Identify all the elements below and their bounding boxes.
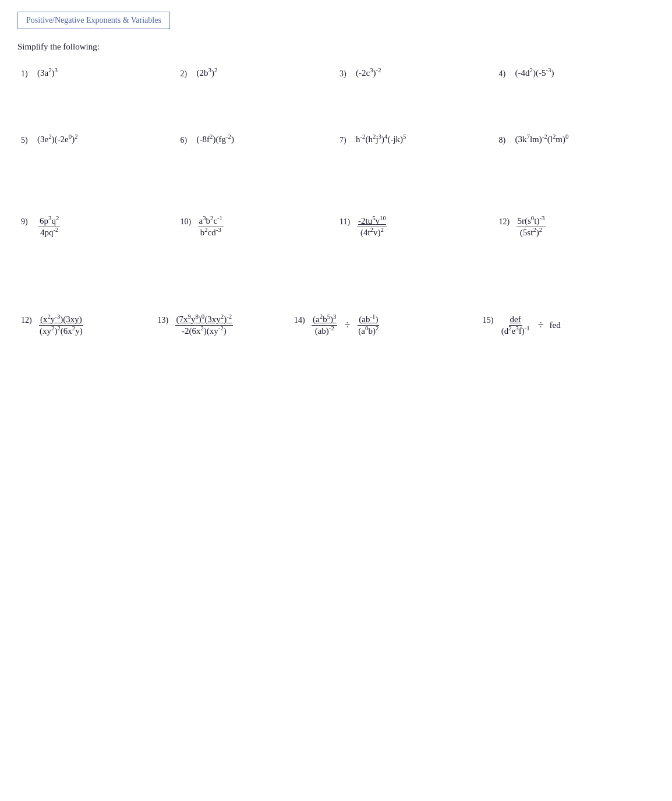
instructions: Simplify the following:	[17, 42, 655, 52]
problem-4: 4) (-4d2)(-5-3)	[496, 68, 655, 100]
problem-15: 15) def (d2e3f)-1 ÷ fed	[479, 311, 655, 357]
problem-10: 10) a3b2c-1 b2cd-3	[177, 213, 337, 259]
problem-5: 5) (3e2)(-2e0)2	[17, 135, 177, 166]
problem-7: 7) h-2(h2j3)4(-jk)5	[336, 135, 496, 166]
problem-11: 11) -2tu5v10 (4t2v)2	[336, 213, 496, 259]
problem-9: 9) 6p3q2 4pq-2	[17, 213, 177, 259]
problem-12: 12) 5r(s0t)-3 (5st2)2	[496, 213, 655, 259]
title-text: Positive/Negative Exponents & Variables	[26, 16, 161, 24]
problem-1: 1) (3a2)3	[17, 68, 177, 100]
problem-2: 2) (2b3)2	[177, 68, 337, 100]
title-box: Positive/Negative Exponents & Variables	[17, 12, 170, 29]
problem-14: 14) (a2b5)3 (ab)-2 ÷ (ab-1) (a0b)2	[291, 311, 479, 357]
problem-12b: 12) (x2y-3)(3xy) (xy2)2(6x2y)	[17, 311, 154, 357]
problem-3: 3) (-2c3)-2	[336, 68, 496, 100]
problem-8: 8) (3k7lm)-2(l2m)0	[496, 135, 655, 166]
problem-6: 6) (-8f2)(fg-2)	[177, 135, 337, 166]
problem-13: 13) (7x9y8)0(3xy2)-2 -2(6x2)(xy-2)	[154, 311, 291, 357]
